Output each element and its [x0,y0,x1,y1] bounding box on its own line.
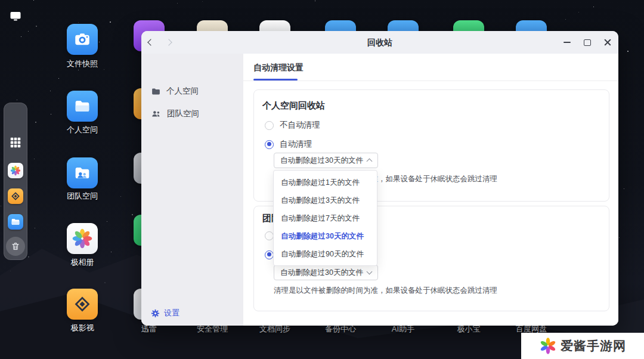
retention-select-team[interactable]: 自动删除超过30天的文件 [274,265,378,280]
dock [4,103,27,260]
team-icon [151,109,162,119]
settings-button[interactable]: 设置 [151,308,179,318]
maximize-button[interactable] [581,36,593,48]
team-space-icon[interactable] [67,157,98,188]
tab-auto-clean-settings[interactable]: 自动清理设置 [253,63,304,73]
team-folder-icon [73,163,92,182]
dropdown-option-1-day[interactable]: 自动删除超过1天的文件 [274,174,377,191]
watermark-text: 爱酱手游网 [561,338,626,354]
settings-label: 设置 [164,308,179,318]
dropdown-option-3-days[interactable]: 自动删除超过3天的文件 [274,191,377,209]
radio-no-auto-clean[interactable]: 不自动清理 [265,120,320,131]
close-button[interactable] [602,36,614,48]
select-value: 自动删除超过30天的文件 [280,268,367,278]
chevron-down-icon [367,269,373,275]
sidebar-item-team-space[interactable]: 团队空间 [151,109,199,119]
folder-icon [151,86,161,97]
dropdown-option-30-days-selected[interactable]: 自动删除超过30天的文件 [274,227,377,245]
dock-photos-button[interactable] [8,163,23,178]
trash-icon [11,242,20,251]
radio-auto-clean[interactable]: 自动清理 [265,139,312,150]
helper-text: 清理是以文件被删除的时间为准，如果设备处于休眠状态会跳过清理 [274,286,497,296]
video-app-label: 极影视 [49,323,115,333]
tab-divider [243,81,618,81]
chevron-up-icon [367,159,373,165]
camera-icon [73,30,92,49]
sidebar-item-label: 团队空间 [167,109,199,119]
folder-icon [10,216,21,227]
photos-flower-icon [70,227,94,250]
radio-on-icon [265,250,274,259]
gear-icon [151,309,160,318]
select-value: 自动删除超过30天的文件 [280,156,367,166]
dock-trash-button[interactable] [6,237,25,256]
dropdown-option-7-days[interactable]: 自动删除超过7天的文件 [274,209,377,227]
maximize-icon [584,39,591,46]
dock-files-button[interactable] [8,214,23,230]
retention-select-personal[interactable]: 自动删除超过30天的文件 [274,153,378,168]
radio-off-icon [265,231,274,240]
dock-display-button[interactable] [8,9,23,23]
window-sidebar: 个人空间 团队空间 [141,54,243,326]
file-snapshot-icon[interactable] [67,24,98,55]
minimize-button[interactable] [561,36,573,48]
photo-album-icon[interactable] [67,223,98,254]
sidebar-item-personal-space[interactable]: 个人空间 [151,86,199,97]
watermark-pinwheel-icon [539,337,557,355]
site-watermark: 爱酱手游网 [521,333,644,359]
photo-album-label: 极相册 [49,257,115,268]
retention-dropdown-panel: 自动删除超过1天的文件 自动删除超过3天的文件 自动删除超过7天的文件 自动删除… [273,170,377,266]
radio-off-icon [265,121,274,130]
dock-video-button[interactable] [8,188,23,204]
dock-launcher-button[interactable] [9,136,22,149]
section-title: 个人空间回收站 [262,100,325,112]
app-grid-icon [9,136,22,149]
folder-icon [73,97,92,116]
team-space-label: 团队空间 [49,191,115,202]
dropdown-option-90-days[interactable]: 自动删除超过90天的文件 [274,245,377,263]
video-logo-icon [11,191,20,201]
video-app-icon[interactable] [67,289,98,320]
radio-label: 不自动清理 [280,120,320,131]
display-icon [8,9,23,23]
personal-space-icon[interactable] [67,91,98,122]
video-logo-icon [73,295,91,313]
minimize-icon [564,42,571,43]
desktop: 文件快照 个人空间 团队空间 [0,0,644,359]
sidebar-item-label: 个人空间 [166,86,199,97]
titlebar[interactable]: 回收站 [141,31,618,54]
radio-on-icon [265,140,274,149]
recycle-bin-window: 回收站 个人空间 团队空间 [141,31,618,326]
file-snapshot-label: 文件快照 [49,58,115,69]
radio-label: 自动清理 [280,139,312,150]
window-title: 回收站 [141,31,618,54]
photos-flower-icon [10,165,21,177]
close-icon [603,38,612,47]
personal-space-label: 个人空间 [49,125,115,135]
